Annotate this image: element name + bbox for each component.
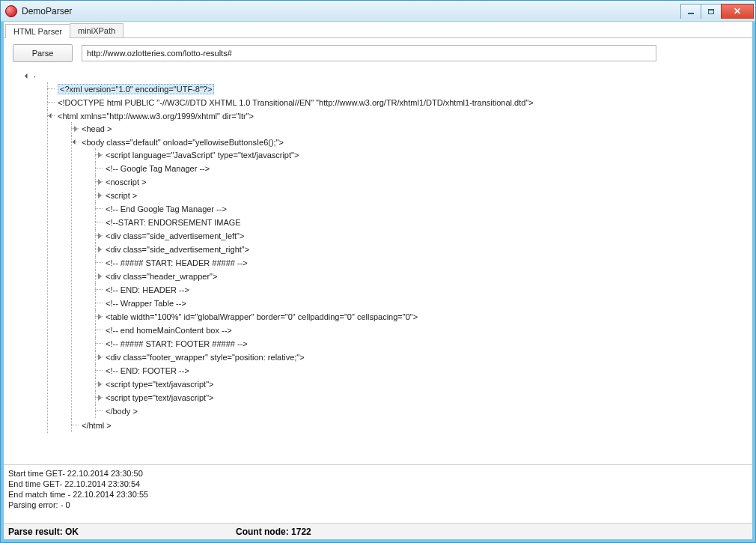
status-bar: Parse result: OK Count node: 1722 <box>4 523 752 539</box>
tree-node[interactable]: <!-- END: HEADER --> <box>106 285 189 294</box>
client-area: HTML Parser miniXPath Parse http://www.o… <box>1 22 755 542</box>
tab-minixpath[interactable]: miniXPath <box>70 23 124 37</box>
expander-icon[interactable] <box>97 246 104 254</box>
expander-icon[interactable] <box>97 273 104 281</box>
tree-node[interactable]: <div class="side_advertisement_right"> <box>106 245 249 254</box>
expander-icon[interactable] <box>97 354 104 362</box>
toolbar: Parse http://www.ozlotteries.com/lotto-r… <box>4 38 752 67</box>
log-line: End time GET- 22.10.2014 23:30:54 <box>8 479 748 489</box>
tree-node[interactable]: <!-- ##### START: HEADER ##### --> <box>106 258 248 267</box>
tree-node[interactable]: <!-- END: FOOTER --> <box>106 366 189 375</box>
parse-button[interactable]: Parse <box>13 44 73 62</box>
tree-node[interactable]: <div class="header_wrapper"> <box>106 272 217 281</box>
minimize-button[interactable] <box>680 4 701 19</box>
titlebar[interactable]: DemoParser ✕ <box>1 1 755 22</box>
expander-icon[interactable] <box>73 126 80 133</box>
tree-node[interactable]: </body > <box>106 407 138 416</box>
expander-icon[interactable] <box>97 233 104 240</box>
expander-icon[interactable] <box>73 139 80 147</box>
tree-node[interactable]: <!--START: ENDORSEMENT IMAGE <box>106 218 241 227</box>
tree-node[interactable]: </html > <box>82 421 112 430</box>
close-button[interactable]: ✕ <box>721 4 754 19</box>
window-title: DemoParser <box>22 6 681 16</box>
tree-node[interactable]: <div class="side_advertisement_left"> <box>106 231 244 240</box>
tree-node[interactable]: <body class="default" onload="yellowiseB… <box>82 138 284 147</box>
status-parse-result: Parse result: OK <box>8 527 79 537</box>
status-count-node: Count node: 1722 <box>236 527 311 537</box>
tree-view[interactable]: · <?xml version="1.0" encoding="UTF-8"?>… <box>4 67 752 464</box>
tree-node[interactable]: <!-- End Google Tag Manager --> <box>106 204 227 213</box>
tree-node[interactable]: <script > <box>106 191 137 200</box>
tree-node[interactable]: <script type="text/javascript"> <box>106 393 213 402</box>
tree-node[interactable]: <script language="JavaScript" type="text… <box>106 151 299 160</box>
expander-icon[interactable] <box>97 179 104 186</box>
maximize-icon <box>708 9 714 14</box>
expander-icon[interactable] <box>97 314 104 321</box>
log-line: Parsing error: - 0 <box>8 500 748 510</box>
tree-node[interactable]: <!-- ##### START: FOOTER ##### --> <box>106 339 248 348</box>
tree-node[interactable]: <?xml version="1.0" encoding="UTF-8"?> <box>58 84 214 94</box>
tab-strip: HTML Parser miniXPath <box>4 22 752 38</box>
expander-icon[interactable] <box>97 381 104 389</box>
expander-icon[interactable] <box>97 152 104 160</box>
app-icon <box>5 5 17 17</box>
close-icon: ✕ <box>734 7 741 16</box>
tree-node[interactable]: <div class="footer_wrapper" style="posit… <box>106 353 305 362</box>
tree-node[interactable]: <html xmlns="http://www.w3.org/1999/xhtm… <box>58 112 254 121</box>
minimize-icon <box>688 13 694 14</box>
expander-icon[interactable] <box>97 395 104 402</box>
tree-node[interactable]: <!-- Google Tag Manager --> <box>106 164 210 173</box>
url-input[interactable]: http://www.ozlotteries.com/lotto-results… <box>82 45 656 61</box>
tree-node[interactable]: <script type="text/javascript"> <box>106 380 213 389</box>
log-output[interactable]: Start time GET- 22.10.2014 23:30:50 End … <box>4 464 752 523</box>
log-line: Start time GET- 22.10.2014 23:30:50 <box>8 468 748 479</box>
expander-icon[interactable] <box>97 192 104 200</box>
tab-html-parser[interactable]: HTML Parser <box>5 24 70 38</box>
tree-node[interactable]: <!-- Wrapper Table --> <box>106 299 186 308</box>
tree-node[interactable]: <!-- end homeMainContent box --> <box>106 326 232 335</box>
window-buttons: ✕ <box>681 4 754 19</box>
maximize-button[interactable] <box>701 4 722 19</box>
tree-node[interactable]: <table width="100%" id="globalWrapper" b… <box>106 312 418 321</box>
tree-root[interactable]: · <box>34 72 36 81</box>
log-line: End match time - 22.10.2014 23:30:55 <box>8 489 748 500</box>
tree-node[interactable]: <head > <box>82 124 112 133</box>
app-window: DemoParser ✕ HTML Parser miniXPath Parse… <box>0 0 756 543</box>
tree-node[interactable]: <!DOCTYPE html PUBLIC "-//W3C//DTD XHTML… <box>58 98 534 107</box>
expander-icon[interactable] <box>25 73 32 81</box>
tree-node[interactable]: <noscript > <box>106 178 146 186</box>
expander-icon[interactable] <box>49 113 56 121</box>
